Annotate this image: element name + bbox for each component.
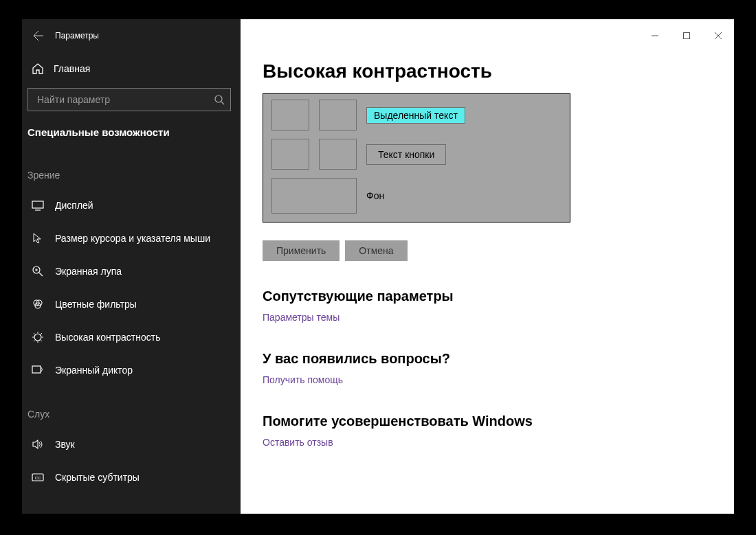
display-icon (32, 199, 44, 212)
search-box[interactable] (27, 88, 231, 111)
color-swatch-selected-text-bg[interactable] (319, 100, 357, 130)
arrow-left-icon (33, 30, 44, 41)
nav-narrator[interactable]: Экранный диктор (22, 354, 241, 387)
svg-point-15 (34, 334, 41, 341)
svg-line-9 (39, 273, 43, 276)
color-swatch-button-text-bg[interactable] (319, 139, 357, 170)
svg-rect-24 (32, 366, 41, 373)
sidebar: Главная Специальные возможности Зрение Д… (22, 19, 241, 514)
magnifier-icon (32, 265, 44, 277)
nav-magnifier[interactable]: Экранная лупа (22, 255, 241, 288)
feedback-link[interactable]: Оставить отзыв (263, 437, 333, 448)
color-filters-icon (32, 298, 44, 310)
nav-label: Скрытые субтитры (55, 472, 140, 483)
svg-point-4 (215, 95, 222, 102)
back-button[interactable] (22, 19, 55, 52)
minimize-button[interactable] (639, 25, 671, 47)
color-swatch-background[interactable] (271, 178, 357, 214)
svg-rect-6 (32, 201, 43, 208)
maximize-icon (683, 32, 690, 39)
questions-heading: У вас появились вопросы? (263, 351, 734, 367)
home-nav[interactable]: Главная (22, 52, 241, 85)
audio-icon (32, 438, 44, 451)
home-label: Главная (54, 63, 90, 74)
high-contrast-icon (32, 331, 44, 343)
section-vision: Зрение (22, 148, 241, 189)
svg-line-22 (34, 341, 35, 342)
nav-display[interactable]: Дисплей (22, 189, 241, 222)
captions-icon: CC (32, 471, 44, 483)
svg-text:CC: CC (35, 476, 41, 480)
nav-audio[interactable]: Звук (22, 428, 241, 461)
category-label: Специальные возможности (22, 118, 241, 148)
close-button[interactable] (702, 25, 734, 47)
svg-line-20 (34, 333, 35, 334)
nav-cursor[interactable]: Размер курсора и указателя мыши (22, 222, 241, 255)
selected-text-sample: Выделенный текст (366, 107, 465, 124)
svg-line-23 (41, 333, 43, 334)
nav-label: Дисплей (55, 200, 93, 211)
search-input[interactable] (37, 94, 214, 105)
nav-label: Цветные фильтры (55, 299, 137, 310)
content-area: Высокая контрастность Выделенный текст Т… (241, 19, 734, 514)
nav-label: Звук (55, 439, 75, 450)
nav-label: Экранная лупа (55, 266, 122, 277)
nav-label: Размер курсора и указателя мыши (55, 233, 210, 244)
svg-line-5 (221, 102, 224, 104)
page-title: Высокая контрастность (263, 60, 734, 82)
nav-color-filters[interactable]: Цветные фильтры (22, 288, 241, 321)
nav-high-contrast[interactable]: Высокая контрастность (22, 321, 241, 354)
get-help-link[interactable]: Получить помощь (263, 374, 343, 385)
color-swatch-selected-text-fg[interactable] (271, 100, 309, 130)
cursor-icon (32, 232, 44, 244)
improve-heading: Помогите усовершенствовать Windows (263, 413, 734, 429)
svg-line-21 (41, 341, 43, 342)
search-icon (214, 95, 225, 105)
color-swatch-button-text-fg[interactable] (271, 139, 309, 170)
theme-settings-link[interactable]: Параметры темы (263, 312, 340, 323)
svg-rect-1 (684, 33, 690, 39)
preview-panel: Выделенный текст Текст кнопки Фон (263, 93, 570, 223)
minimize-icon (652, 32, 658, 39)
app-title: Параметры (55, 31, 99, 41)
cancel-button[interactable]: Отмена (345, 240, 407, 261)
section-hearing: Слух (22, 387, 241, 428)
background-label: Фон (366, 190, 384, 201)
nav-label: Высокая контрастность (55, 332, 160, 343)
home-icon (32, 62, 44, 75)
apply-button[interactable]: Применить (263, 240, 340, 261)
related-heading: Сопутствующие параметры (263, 288, 734, 304)
narrator-icon (32, 364, 44, 376)
button-text-sample: Текст кнопки (366, 144, 446, 165)
close-icon (715, 32, 722, 39)
nav-captions[interactable]: CC Скрытые субтитры (22, 461, 241, 494)
nav-label: Экранный диктор (55, 365, 133, 376)
maximize-button[interactable] (671, 25, 702, 47)
